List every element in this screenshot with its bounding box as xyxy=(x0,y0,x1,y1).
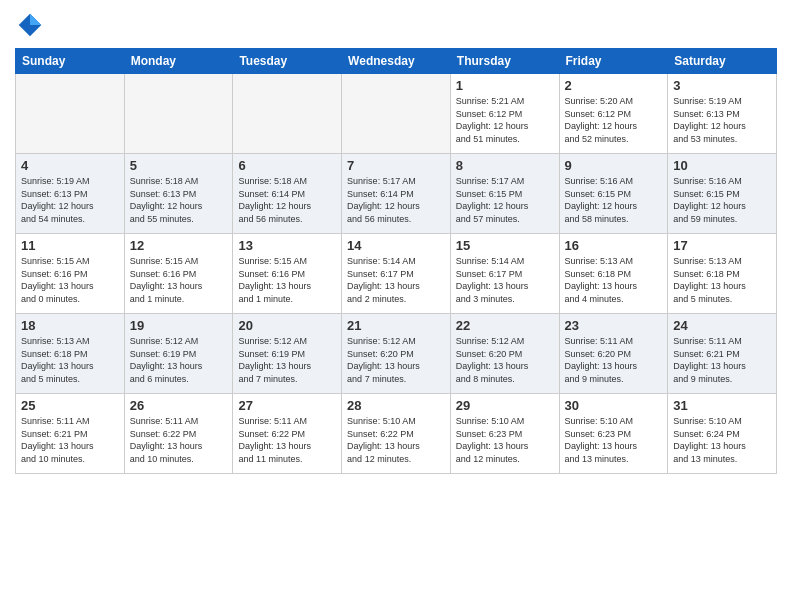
calendar-cell xyxy=(233,74,342,154)
day-number: 29 xyxy=(456,398,554,413)
calendar-cell: 31Sunrise: 5:10 AM Sunset: 6:24 PM Dayli… xyxy=(668,394,777,474)
day-info: Sunrise: 5:14 AM Sunset: 6:17 PM Dayligh… xyxy=(347,255,445,305)
day-info: Sunrise: 5:11 AM Sunset: 6:22 PM Dayligh… xyxy=(238,415,336,465)
weekday-header-tuesday: Tuesday xyxy=(233,49,342,74)
day-info: Sunrise: 5:11 AM Sunset: 6:22 PM Dayligh… xyxy=(130,415,228,465)
svg-marker-1 xyxy=(30,14,41,25)
calendar-cell: 25Sunrise: 5:11 AM Sunset: 6:21 PM Dayli… xyxy=(16,394,125,474)
page: SundayMondayTuesdayWednesdayThursdayFrid… xyxy=(0,0,792,612)
day-number: 9 xyxy=(565,158,663,173)
weekday-header-saturday: Saturday xyxy=(668,49,777,74)
calendar-cell: 14Sunrise: 5:14 AM Sunset: 6:17 PM Dayli… xyxy=(342,234,451,314)
day-info: Sunrise: 5:18 AM Sunset: 6:14 PM Dayligh… xyxy=(238,175,336,225)
calendar-cell: 4Sunrise: 5:19 AM Sunset: 6:13 PM Daylig… xyxy=(16,154,125,234)
day-number: 30 xyxy=(565,398,663,413)
calendar-cell: 28Sunrise: 5:10 AM Sunset: 6:22 PM Dayli… xyxy=(342,394,451,474)
calendar-cell: 9Sunrise: 5:16 AM Sunset: 6:15 PM Daylig… xyxy=(559,154,668,234)
day-number: 1 xyxy=(456,78,554,93)
day-number: 18 xyxy=(21,318,119,333)
day-number: 21 xyxy=(347,318,445,333)
calendar-week-4: 18Sunrise: 5:13 AM Sunset: 6:18 PM Dayli… xyxy=(16,314,777,394)
day-info: Sunrise: 5:19 AM Sunset: 6:13 PM Dayligh… xyxy=(21,175,119,225)
day-info: Sunrise: 5:16 AM Sunset: 6:15 PM Dayligh… xyxy=(673,175,771,225)
day-info: Sunrise: 5:10 AM Sunset: 6:24 PM Dayligh… xyxy=(673,415,771,465)
calendar-cell: 26Sunrise: 5:11 AM Sunset: 6:22 PM Dayli… xyxy=(124,394,233,474)
day-number: 19 xyxy=(130,318,228,333)
day-info: Sunrise: 5:12 AM Sunset: 6:20 PM Dayligh… xyxy=(347,335,445,385)
day-number: 10 xyxy=(673,158,771,173)
day-number: 20 xyxy=(238,318,336,333)
calendar-week-5: 25Sunrise: 5:11 AM Sunset: 6:21 PM Dayli… xyxy=(16,394,777,474)
calendar-cell xyxy=(124,74,233,154)
day-info: Sunrise: 5:10 AM Sunset: 6:23 PM Dayligh… xyxy=(456,415,554,465)
day-info: Sunrise: 5:18 AM Sunset: 6:13 PM Dayligh… xyxy=(130,175,228,225)
day-info: Sunrise: 5:11 AM Sunset: 6:21 PM Dayligh… xyxy=(673,335,771,385)
day-number: 6 xyxy=(238,158,336,173)
calendar-week-3: 11Sunrise: 5:15 AM Sunset: 6:16 PM Dayli… xyxy=(16,234,777,314)
logo-icon xyxy=(15,10,45,40)
day-info: Sunrise: 5:19 AM Sunset: 6:13 PM Dayligh… xyxy=(673,95,771,145)
weekday-header-wednesday: Wednesday xyxy=(342,49,451,74)
day-info: Sunrise: 5:12 AM Sunset: 6:19 PM Dayligh… xyxy=(130,335,228,385)
day-info: Sunrise: 5:10 AM Sunset: 6:23 PM Dayligh… xyxy=(565,415,663,465)
day-number: 5 xyxy=(130,158,228,173)
calendar-table: SundayMondayTuesdayWednesdayThursdayFrid… xyxy=(15,48,777,474)
day-info: Sunrise: 5:11 AM Sunset: 6:20 PM Dayligh… xyxy=(565,335,663,385)
calendar-cell: 12Sunrise: 5:15 AM Sunset: 6:16 PM Dayli… xyxy=(124,234,233,314)
calendar-cell: 15Sunrise: 5:14 AM Sunset: 6:17 PM Dayli… xyxy=(450,234,559,314)
calendar-cell: 19Sunrise: 5:12 AM Sunset: 6:19 PM Dayli… xyxy=(124,314,233,394)
day-number: 27 xyxy=(238,398,336,413)
day-info: Sunrise: 5:21 AM Sunset: 6:12 PM Dayligh… xyxy=(456,95,554,145)
day-number: 23 xyxy=(565,318,663,333)
day-number: 17 xyxy=(673,238,771,253)
weekday-header-friday: Friday xyxy=(559,49,668,74)
calendar-cell: 3Sunrise: 5:19 AM Sunset: 6:13 PM Daylig… xyxy=(668,74,777,154)
calendar-cell: 6Sunrise: 5:18 AM Sunset: 6:14 PM Daylig… xyxy=(233,154,342,234)
weekday-header-sunday: Sunday xyxy=(16,49,125,74)
day-info: Sunrise: 5:16 AM Sunset: 6:15 PM Dayligh… xyxy=(565,175,663,225)
day-info: Sunrise: 5:15 AM Sunset: 6:16 PM Dayligh… xyxy=(21,255,119,305)
day-number: 13 xyxy=(238,238,336,253)
day-info: Sunrise: 5:10 AM Sunset: 6:22 PM Dayligh… xyxy=(347,415,445,465)
day-number: 22 xyxy=(456,318,554,333)
calendar-cell: 13Sunrise: 5:15 AM Sunset: 6:16 PM Dayli… xyxy=(233,234,342,314)
day-info: Sunrise: 5:12 AM Sunset: 6:20 PM Dayligh… xyxy=(456,335,554,385)
calendar-cell: 30Sunrise: 5:10 AM Sunset: 6:23 PM Dayli… xyxy=(559,394,668,474)
day-info: Sunrise: 5:20 AM Sunset: 6:12 PM Dayligh… xyxy=(565,95,663,145)
day-info: Sunrise: 5:12 AM Sunset: 6:19 PM Dayligh… xyxy=(238,335,336,385)
calendar-cell: 27Sunrise: 5:11 AM Sunset: 6:22 PM Dayli… xyxy=(233,394,342,474)
calendar-cell: 10Sunrise: 5:16 AM Sunset: 6:15 PM Dayli… xyxy=(668,154,777,234)
calendar-cell: 29Sunrise: 5:10 AM Sunset: 6:23 PM Dayli… xyxy=(450,394,559,474)
weekday-header-thursday: Thursday xyxy=(450,49,559,74)
day-number: 4 xyxy=(21,158,119,173)
day-number: 26 xyxy=(130,398,228,413)
calendar-cell: 20Sunrise: 5:12 AM Sunset: 6:19 PM Dayli… xyxy=(233,314,342,394)
logo xyxy=(15,10,49,40)
calendar-week-2: 4Sunrise: 5:19 AM Sunset: 6:13 PM Daylig… xyxy=(16,154,777,234)
calendar-cell: 18Sunrise: 5:13 AM Sunset: 6:18 PM Dayli… xyxy=(16,314,125,394)
calendar-cell xyxy=(16,74,125,154)
calendar-cell: 22Sunrise: 5:12 AM Sunset: 6:20 PM Dayli… xyxy=(450,314,559,394)
calendar-cell: 16Sunrise: 5:13 AM Sunset: 6:18 PM Dayli… xyxy=(559,234,668,314)
day-info: Sunrise: 5:13 AM Sunset: 6:18 PM Dayligh… xyxy=(673,255,771,305)
day-number: 8 xyxy=(456,158,554,173)
calendar-cell: 17Sunrise: 5:13 AM Sunset: 6:18 PM Dayli… xyxy=(668,234,777,314)
day-info: Sunrise: 5:17 AM Sunset: 6:15 PM Dayligh… xyxy=(456,175,554,225)
day-info: Sunrise: 5:17 AM Sunset: 6:14 PM Dayligh… xyxy=(347,175,445,225)
day-info: Sunrise: 5:13 AM Sunset: 6:18 PM Dayligh… xyxy=(565,255,663,305)
day-info: Sunrise: 5:14 AM Sunset: 6:17 PM Dayligh… xyxy=(456,255,554,305)
day-number: 25 xyxy=(21,398,119,413)
day-number: 2 xyxy=(565,78,663,93)
header xyxy=(15,10,777,40)
day-number: 12 xyxy=(130,238,228,253)
day-number: 14 xyxy=(347,238,445,253)
calendar-cell: 1Sunrise: 5:21 AM Sunset: 6:12 PM Daylig… xyxy=(450,74,559,154)
calendar-cell: 21Sunrise: 5:12 AM Sunset: 6:20 PM Dayli… xyxy=(342,314,451,394)
day-info: Sunrise: 5:11 AM Sunset: 6:21 PM Dayligh… xyxy=(21,415,119,465)
calendar-cell: 7Sunrise: 5:17 AM Sunset: 6:14 PM Daylig… xyxy=(342,154,451,234)
calendar-cell: 5Sunrise: 5:18 AM Sunset: 6:13 PM Daylig… xyxy=(124,154,233,234)
calendar-cell: 8Sunrise: 5:17 AM Sunset: 6:15 PM Daylig… xyxy=(450,154,559,234)
weekday-header-row: SundayMondayTuesdayWednesdayThursdayFrid… xyxy=(16,49,777,74)
day-number: 28 xyxy=(347,398,445,413)
calendar-cell: 2Sunrise: 5:20 AM Sunset: 6:12 PM Daylig… xyxy=(559,74,668,154)
